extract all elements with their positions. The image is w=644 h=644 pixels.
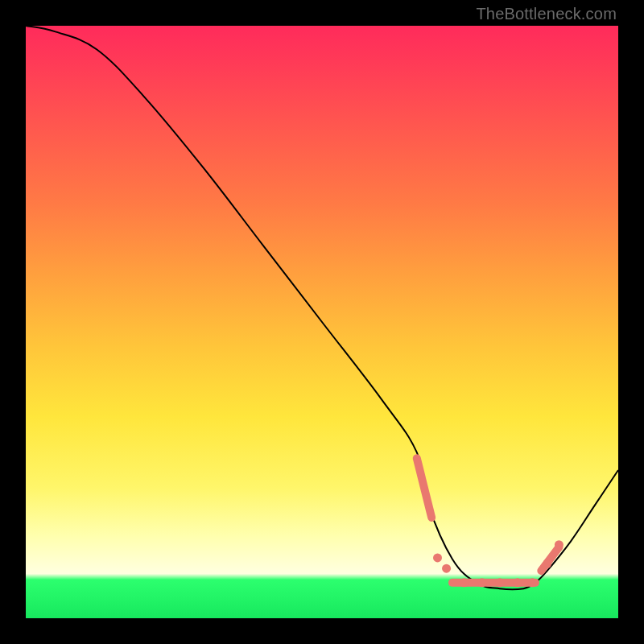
watermark-text: TheBottleneck.com — [476, 5, 617, 23]
highlight-dot — [543, 559, 551, 568]
highlight-dot — [460, 578, 469, 587]
highlight-dot — [442, 564, 451, 573]
highlight-dot — [555, 540, 564, 549]
highlight-dot — [433, 553, 442, 562]
curve-layer — [26, 26, 618, 618]
optimal-zone-markers — [417, 458, 564, 587]
highlight-dash-left — [417, 458, 431, 518]
chart-frame: TheBottleneck.com — [0, 0, 644, 644]
highlight-dot — [513, 578, 522, 587]
plot-area — [26, 26, 618, 618]
highlight-dot — [528, 578, 537, 587]
highlight-dot — [495, 578, 504, 587]
bottleneck-curve — [26, 26, 618, 589]
highlight-dot — [477, 578, 486, 587]
